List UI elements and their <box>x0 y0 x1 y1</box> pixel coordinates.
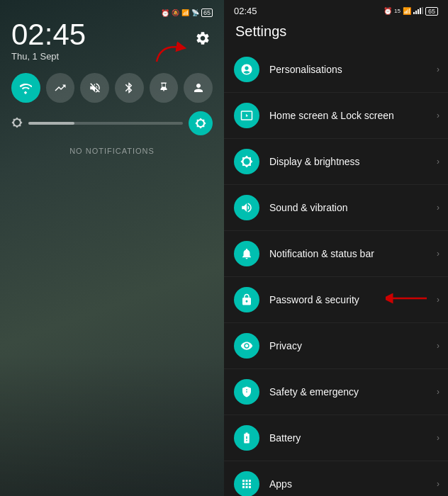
battery-label: Battery <box>269 432 437 444</box>
apps-icon <box>234 471 259 496</box>
password-icon <box>234 287 259 312</box>
privacy-icon <box>234 333 259 359</box>
left-status-icons: ⏰ 🔕 📶 📡 65 <box>161 9 213 17</box>
right-status-bar: 02:45 ⏰ 15 📶 65 <box>224 0 448 19</box>
personalisations-chevron: › <box>437 64 439 74</box>
signal-icon: 📡 <box>191 9 199 16</box>
no-notifications-text: NO NOTIFICATIONS <box>11 147 213 155</box>
alarm-icon: ⏰ <box>161 9 169 17</box>
settings-item-apps[interactable]: Apps › <box>224 461 448 496</box>
notification-chevron: › <box>437 249 439 259</box>
right-volume-icon: 15 <box>394 8 401 14</box>
right-red-arrow <box>386 288 428 311</box>
account-toggle[interactable] <box>184 73 213 103</box>
privacy-label: Privacy <box>269 340 437 351</box>
settings-item-personalisations[interactable]: Personalisations › <box>224 47 448 93</box>
apps-label: Apps <box>269 478 437 490</box>
svg-rect-2 <box>415 11 417 14</box>
flashlight-toggle[interactable] <box>150 73 179 103</box>
right-time: 02:45 <box>234 6 257 16</box>
volume-icon: 🔕 <box>172 9 179 16</box>
left-red-arrow <box>153 37 189 65</box>
right-signal-bars <box>413 7 423 16</box>
home-lock-icon <box>234 103 259 128</box>
settings-item-sound[interactable]: Sound & vibration › <box>224 185 448 231</box>
auto-brightness-button[interactable] <box>189 111 213 135</box>
home-lock-chevron: › <box>437 111 439 120</box>
mute-toggle[interactable] <box>80 73 109 103</box>
settings-item-privacy[interactable]: Privacy › <box>224 323 448 369</box>
home-lock-label: Home screen & Lock screen <box>269 110 437 121</box>
settings-item-display[interactable]: Display & brightness › <box>224 139 448 185</box>
display-chevron: › <box>437 157 439 167</box>
settings-item-password[interactable]: Password & security › <box>224 277 448 323</box>
apps-chevron: › <box>437 479 439 489</box>
brightness-fill <box>28 122 74 125</box>
privacy-chevron: › <box>437 341 439 351</box>
brightness-slider[interactable] <box>28 122 183 125</box>
sound-chevron: › <box>437 203 439 213</box>
personalisations-icon <box>234 57 259 82</box>
notification-icon <box>234 241 259 266</box>
settings-gear-icon[interactable] <box>193 28 213 48</box>
display-label: Display & brightness <box>269 156 437 167</box>
settings-item-battery[interactable]: Battery › <box>224 415 448 461</box>
settings-item-safety[interactable]: Safety & emergency › <box>224 369 448 415</box>
sound-label: Sound & vibration <box>269 202 437 213</box>
data-toggle[interactable] <box>46 73 75 103</box>
svg-rect-5 <box>422 7 423 14</box>
right-wifi-icon: 📶 <box>403 7 411 15</box>
left-content: ⏰ 🔕 📶 📡 65 02:45 Thu, 1 Sept <box>0 0 224 496</box>
svg-rect-4 <box>420 8 421 14</box>
bluetooth-toggle[interactable] <box>115 73 144 103</box>
right-alarm-icon: ⏰ <box>383 7 392 15</box>
svg-rect-1 <box>413 12 415 14</box>
svg-rect-3 <box>418 9 419 14</box>
safety-label: Safety & emergency <box>269 386 437 398</box>
brightness-low-icon <box>11 117 23 130</box>
sound-icon <box>234 195 259 220</box>
right-battery: 65 <box>425 7 438 16</box>
right-status-icons: ⏰ 15 📶 65 <box>383 7 438 16</box>
personalisations-label: Personalisations <box>269 64 437 75</box>
battery-settings-icon <box>234 425 259 451</box>
left-status-bar: ⏰ 🔕 📶 📡 65 <box>11 9 213 17</box>
battery-icon: 65 <box>201 9 213 17</box>
settings-item-home-lock[interactable]: Home screen & Lock screen › <box>224 93 448 139</box>
password-chevron: › <box>437 295 439 305</box>
quick-toggles <box>11 73 213 103</box>
settings-list: Personalisations › Home screen & Lock sc… <box>224 47 448 496</box>
brightness-row <box>11 111 213 135</box>
display-icon <box>234 149 259 174</box>
safety-chevron: › <box>437 387 439 397</box>
right-panel: 02:45 ⏰ 15 📶 65 Settings <box>224 0 448 496</box>
wifi-toggle[interactable] <box>11 73 40 103</box>
settings-item-notification[interactable]: Notification & status bar › <box>224 231 448 277</box>
battery-chevron: › <box>437 433 439 443</box>
settings-title: Settings <box>224 19 448 47</box>
notification-label: Notification & status bar <box>269 248 437 259</box>
left-panel: ⏰ 🔕 📶 📡 65 02:45 Thu, 1 Sept <box>0 0 224 496</box>
wifi-icon: 📶 <box>181 9 189 16</box>
safety-icon <box>234 379 259 405</box>
